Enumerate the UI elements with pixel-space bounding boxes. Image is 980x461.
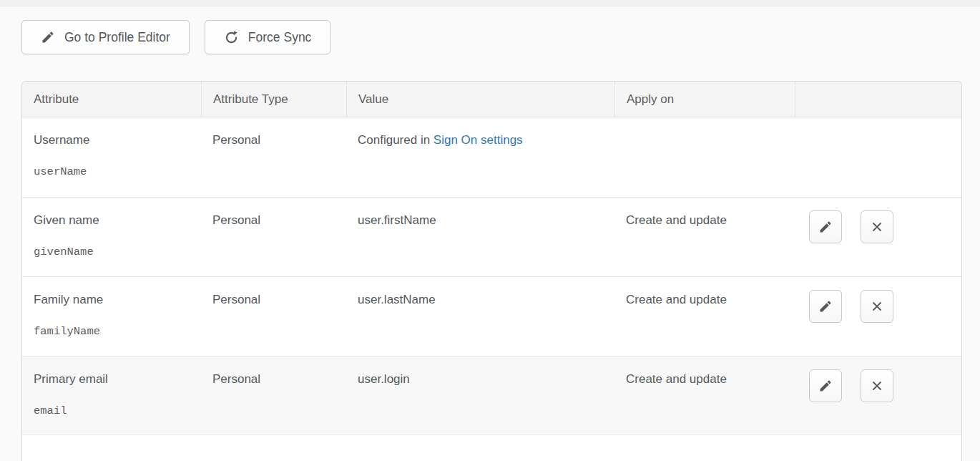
pencil-icon (818, 299, 833, 314)
value-cell: user.login (346, 356, 614, 435)
delete-attribute-button[interactable] (861, 290, 893, 323)
attribute-cell: Family name familyName (22, 277, 201, 356)
attribute-variable-name: familyName (34, 325, 194, 339)
apply-on-cell: Create and update (614, 277, 795, 356)
table-row-given-name: Given name givenName Personal user.first… (22, 197, 961, 276)
delete-attribute-button[interactable] (861, 210, 893, 243)
attribute-variable-name: givenName (34, 246, 194, 259)
actions-cell (795, 356, 961, 435)
table-row-primary-email: Primary email email Personal user.login … (22, 356, 961, 435)
x-icon (870, 299, 884, 314)
attribute-label: Family name (34, 293, 194, 307)
attribute-type-cell: Personal (201, 356, 346, 435)
actions-cell (795, 277, 961, 356)
pencil-icon (41, 30, 55, 44)
refresh-icon (224, 30, 239, 45)
page-top-divider (0, 0, 980, 6)
x-icon (870, 220, 884, 234)
table-row-username: Username userName Personal Configured in… (22, 117, 961, 197)
value-text: Configured in (358, 133, 430, 147)
force-sync-label: Force Sync (248, 30, 312, 45)
attribute-mappings-table: Attribute Attribute Type Value Apply on … (21, 81, 962, 461)
attribute-label: Given name (34, 213, 194, 228)
actions-cell (795, 198, 961, 276)
actions-cell (795, 117, 961, 197)
apply-on-cell: Create and update (614, 356, 795, 435)
attribute-variable-name: email (34, 404, 194, 418)
apply-on-cell: Create and update (614, 198, 795, 276)
go-to-profile-editor-button[interactable]: Go to Profile Editor (21, 20, 190, 54)
edit-attribute-button[interactable] (809, 210, 842, 243)
column-header-attribute-type: Attribute Type (201, 82, 346, 117)
attribute-variable-name: userName (34, 165, 194, 179)
attribute-cell: Username userName (22, 117, 201, 197)
column-header-apply-on: Apply on (614, 82, 795, 117)
column-header-actions (795, 82, 961, 117)
value-cell: user.firstName (346, 198, 614, 276)
attribute-cell: Given name givenName (22, 198, 201, 276)
table-header-row: Attribute Attribute Type Value Apply on (22, 82, 961, 117)
attribute-type-cell: Personal (201, 117, 346, 197)
column-header-attribute: Attribute (22, 82, 201, 117)
column-header-value: Value (346, 82, 614, 117)
attribute-type-cell: Personal (201, 198, 346, 276)
apply-on-cell (614, 117, 795, 197)
go-to-profile-editor-label: Go to Profile Editor (64, 30, 170, 45)
table-row-family-name: Family name familyName Personal user.las… (22, 276, 961, 356)
x-icon (870, 379, 884, 393)
pencil-icon (818, 379, 833, 393)
delete-attribute-button[interactable] (861, 369, 893, 402)
value-cell: user.lastName (346, 277, 614, 356)
edit-attribute-button[interactable] (809, 290, 842, 323)
value-cell: Configured in Sign On settings (346, 117, 614, 197)
sign-on-settings-link[interactable]: Sign On settings (433, 133, 523, 147)
force-sync-button[interactable]: Force Sync (205, 20, 331, 54)
attribute-type-cell: Personal (201, 277, 346, 356)
attribute-label: Primary email (34, 372, 194, 387)
pencil-icon (818, 220, 833, 234)
attribute-label: Username (34, 133, 194, 147)
edit-attribute-button[interactable] (809, 369, 842, 402)
toolbar: Go to Profile Editor Force Sync (21, 20, 980, 54)
table-row-partial (22, 435, 961, 461)
attribute-cell: Primary email email (22, 356, 201, 435)
